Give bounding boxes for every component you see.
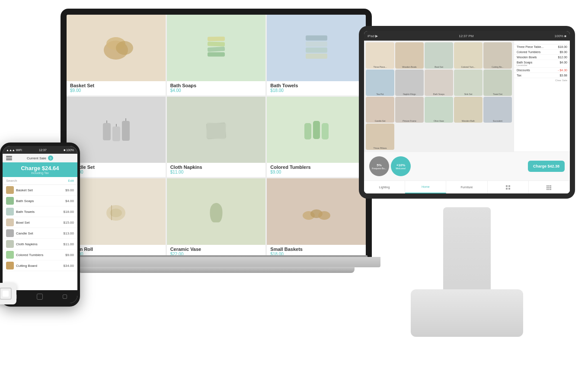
- laptop-product-baskets2[interactable]: Small Baskets$18.00: [267, 178, 366, 259]
- laptop-product-tumblers[interactable]: Colored Tumblers$9.00: [267, 97, 366, 177]
- laptop-product-vase[interactable]: Ceramic Vase$22.00: [167, 178, 266, 259]
- pos-product-12[interactable]: Olive Vase: [425, 97, 453, 123]
- phone-cart-row[interactable]: Bowl Set$15.00: [3, 217, 77, 228]
- svg-point-2: [116, 41, 133, 55]
- pos-product-label: Tea Pot: [366, 92, 394, 96]
- pos-product-10[interactable]: Candle Set: [366, 97, 394, 123]
- pos-product-label: Towel Set: [483, 92, 512, 96]
- pos-tab-furniture[interactable]: Furniture: [446, 181, 487, 193]
- smartphone: ▲▲▲ WiFi 12:37 ■ 100% Current Sale 3: [0, 142, 80, 324]
- pos-cart-item[interactable]: Discounts- $4.30: [514, 68, 570, 73]
- svg-rect-7: [306, 54, 327, 59]
- pos-product-15[interactable]: Throw Pillows: [366, 124, 394, 150]
- svg-rect-3: [208, 52, 225, 57]
- pos-product-8[interactable]: Sink Set: [454, 70, 483, 96]
- phone-cart-item-name: Cutting Board: [16, 264, 64, 268]
- cart-item-name: Wooden Bowls: [517, 56, 558, 59]
- pos-product-5[interactable]: Tea Pot: [366, 70, 394, 96]
- phone-cart-item-name: Cloth Napkins: [16, 242, 64, 246]
- pos-topbar: iPad ▶ 12:37 PM 100% ■: [364, 31, 570, 41]
- laptop-product-towels[interactable]: Bath Towels$18.00: [267, 15, 366, 95]
- laptop-product-soaps[interactable]: Bath Soaps$4.00: [167, 15, 266, 95]
- pos-tab-home[interactable]: Home: [405, 181, 446, 193]
- pos-product-9[interactable]: Towel Set: [483, 70, 512, 96]
- phone-cart-item-price: $4.00: [65, 199, 74, 203]
- frequent-buyer-btn[interactable]: 5% Frequent Bu...: [369, 156, 389, 176]
- cart-item-price: $3.68: [559, 74, 567, 77]
- pos-time: 12:37 PM: [459, 34, 473, 38]
- svg-rect-37: [548, 187, 550, 188]
- scene: Basket Set$9.00 Bath Soaps$4.00 Bath Tow…: [0, 0, 588, 380]
- phone-search-input[interactable]: Search: [6, 179, 17, 183]
- laptop-product-roll[interactable]: Linen Roll$14.00: [67, 178, 166, 259]
- pos-main: Three Piece...Wooden BowlsBowl SetColore…: [364, 41, 570, 152]
- phone-cart-item-price: $9.00: [65, 188, 74, 192]
- svg-rect-13: [122, 121, 130, 141]
- cart-item-icon: [6, 186, 14, 194]
- product-price: $9.00: [70, 88, 162, 93]
- svg-rect-9: [306, 41, 327, 47]
- pos-product-label: Sink Set: [454, 92, 483, 96]
- welcome-discount-btn[interactable]: +10% Welcome!: [391, 156, 411, 176]
- pos-cart-item[interactable]: Tax$3.68: [514, 73, 570, 78]
- svg-rect-8: [306, 48, 327, 53]
- phone-statusbar: ▲▲▲ WiFi 12:37 ■ 100%: [3, 146, 77, 154]
- phone-recents-button[interactable]: [60, 293, 70, 300]
- pos-product-13[interactable]: Wooden Bath: [454, 97, 483, 123]
- phone-cart-row[interactable]: Cutting Board$34.00: [3, 260, 77, 271]
- product-name: Basket Set: [70, 83, 162, 88]
- phone-signal: ▲▲▲ WiFi: [6, 149, 22, 152]
- pos-product-4[interactable]: Cutting Bo...: [483, 42, 512, 69]
- phone-cart-row[interactable]: Cloth Napkins$11.00: [3, 239, 77, 250]
- pos-product-label: Olive Vase: [425, 119, 453, 123]
- pos-cart-item[interactable]: Bath SoapsLavender$4.00: [514, 60, 570, 68]
- phone-title: Current Sale: [27, 156, 46, 160]
- laptop-product-basket[interactable]: Basket Set$9.00: [67, 15, 166, 95]
- svg-rect-35: [550, 185, 551, 187]
- pos-product-6[interactable]: Napkin Rings: [395, 70, 424, 96]
- laptop-product-candles[interactable]: Candle Set$13.00: [67, 97, 166, 177]
- cart-item-price: $4.00: [559, 61, 567, 66]
- phone-home-button[interactable]: [35, 293, 45, 300]
- pos-product-3[interactable]: Colored Tum...: [454, 42, 483, 69]
- pos-cart-item[interactable]: Wooden Bowls$12.00: [514, 55, 570, 60]
- svg-rect-31: [506, 188, 508, 190]
- pos-product-7[interactable]: Bath Soaps: [425, 70, 453, 96]
- phone-edit-button[interactable]: Edit: [68, 179, 74, 183]
- pos-product-14[interactable]: Succulent: [483, 97, 512, 123]
- product-price: $13.00: [70, 170, 162, 174]
- phone-cart-row[interactable]: Basket Set$9.00: [3, 185, 77, 196]
- svg-rect-5: [208, 41, 225, 46]
- discount-btn2-label: +10%: [396, 163, 406, 167]
- phone-cart-list: Basket Set$9.00Bath Soaps$4.00Bath Towel…: [3, 185, 77, 290]
- menu-icon[interactable]: [6, 156, 12, 160]
- pos-product-11[interactable]: Picture Frame: [395, 97, 424, 123]
- pos-screen: iPad ▶ 12:37 PM 100% ■ Three Piece...Woo…: [364, 31, 570, 193]
- pos-screen-outer: iPad ▶ 12:37 PM 100% ■ Three Piece...Woo…: [359, 26, 575, 199]
- pos-product-1[interactable]: Wooden Bowls: [395, 42, 424, 69]
- pos-tab-lighting[interactable]: Lighting: [364, 181, 405, 193]
- pos-tab-grid2[interactable]: [529, 181, 570, 193]
- phone-cart-row[interactable]: Bath Towels$18.00: [3, 206, 77, 217]
- pos-product-0[interactable]: Three Piece...: [366, 42, 394, 69]
- cart-item-icon: [6, 218, 14, 226]
- laptop-screen-outer: Basket Set$9.00 Bath Soaps$4.00 Bath Tow…: [61, 9, 372, 259]
- cart-item-icon: [6, 208, 14, 215]
- pos-cart-item[interactable]: Colored Tumblers$9.00: [514, 50, 570, 55]
- pos-clear-sale[interactable]: Clear Sale: [514, 78, 570, 82]
- pos-product-label: Wooden Bowls: [395, 65, 424, 69]
- phone-cart-row[interactable]: Colored Tumblers$9.00: [3, 250, 77, 260]
- svg-rect-12: [112, 127, 120, 141]
- laptop-product-napkins[interactable]: Cloth Napkins$11.00: [167, 97, 266, 177]
- phone-battery: ■ 100%: [64, 149, 74, 152]
- phone-cart-row[interactable]: Bath Soaps$4.00: [3, 196, 77, 206]
- phone-charge-tax: Including Tax: [6, 171, 74, 174]
- pos-cart-item[interactable]: Three Piece Table...$18.00: [514, 44, 570, 50]
- phone-cart-row[interactable]: Candle Set$13.00: [3, 228, 77, 239]
- pos-product-2[interactable]: Bowl Set: [425, 42, 453, 69]
- phone-cart-item-price: $13.00: [64, 231, 74, 235]
- pos-tab-grid1[interactable]: [488, 181, 529, 193]
- phone-charge-bar[interactable]: Charge $24.64 Including Tax: [3, 162, 77, 177]
- svg-rect-34: [548, 185, 550, 187]
- pos-charge-button[interactable]: Charge $42.38: [528, 161, 565, 172]
